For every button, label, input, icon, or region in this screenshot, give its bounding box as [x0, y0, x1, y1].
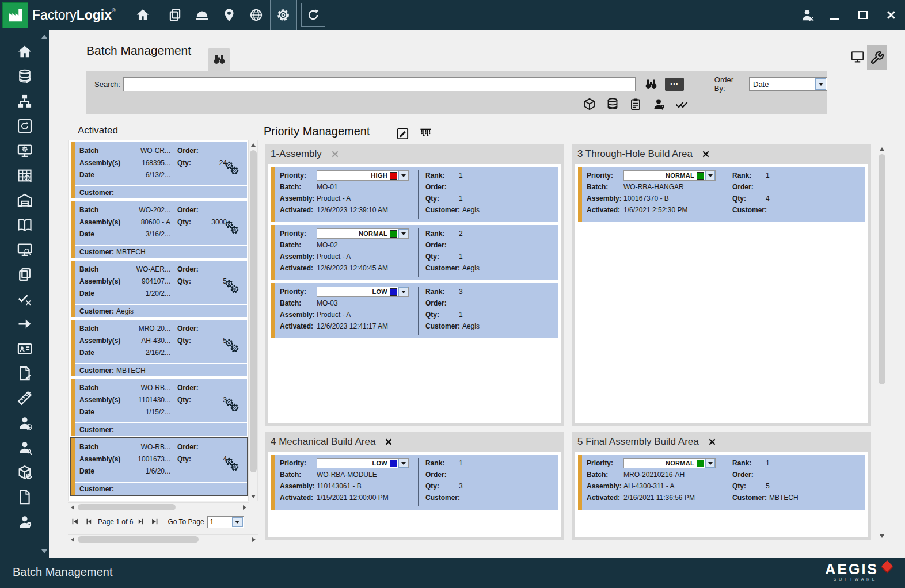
activated-horizontal-scrollbar[interactable] — [68, 502, 249, 511]
sidebar-item-database-edit[interactable] — [12, 64, 37, 89]
search-input[interactable] — [123, 77, 636, 91]
priority-select[interactable]: NORMAL — [317, 228, 409, 239]
priority-card[interactable]: Priority: LOW Batch:MO-03 Assembly:Produ… — [271, 283, 558, 338]
priority-card[interactable]: Priority: NORMAL Batch:MRO-20210216-AH A… — [578, 455, 865, 510]
batch-card-5[interactable]: BatchWO-RB...Order: Assembly(s)1101430..… — [71, 379, 247, 436]
priority-select[interactable]: NORMAL — [623, 170, 716, 181]
sidebar-scroll-up-icon[interactable] — [41, 35, 47, 39]
go-to-page-dropdown-arrow[interactable] — [232, 517, 243, 527]
scroll-thumb[interactable] — [78, 536, 199, 543]
clipboard-tool-icon[interactable] — [629, 97, 642, 111]
scroll-up-button[interactable] — [249, 140, 257, 149]
scroll-right-button[interactable] — [249, 535, 258, 544]
sidebar-item-warehouse[interactable] — [12, 188, 37, 212]
sidebar-item-ruler-x[interactable] — [12, 385, 37, 410]
sidebar-item-monitor-search[interactable] — [12, 237, 37, 262]
batch-gears-icon[interactable] — [223, 456, 239, 472]
documents-nav-icon[interactable] — [162, 0, 189, 30]
priority-select[interactable]: HIGH — [317, 170, 409, 181]
priority-select[interactable]: LOW — [317, 458, 409, 468]
batch-card-4[interactable]: BatchMRO-20...Order: Assembly(s)AH-430..… — [71, 320, 247, 376]
close-area-icon[interactable] — [708, 437, 717, 446]
priority-dropdown-arrow[interactable] — [705, 459, 715, 468]
package-tool-icon[interactable] — [583, 97, 596, 111]
search-binoculars-icon[interactable] — [644, 77, 658, 91]
next-page-button[interactable] — [137, 517, 147, 527]
priority-select[interactable]: LOW — [317, 287, 409, 297]
scroll-down-button[interactable] — [877, 532, 886, 540]
assign-user-tool-icon[interactable] — [652, 97, 666, 111]
minimize-button[interactable] — [820, 0, 849, 30]
sidebar-scroll-down-icon[interactable] — [41, 549, 47, 553]
home-nav-icon[interactable] — [130, 0, 157, 30]
panel-horizontal-scrollbar[interactable] — [68, 534, 258, 543]
priority-dropdown-arrow[interactable] — [398, 229, 408, 238]
sidebar-item-transfer[interactable] — [12, 311, 37, 336]
changeover-refresh-nav-icon[interactable] — [301, 3, 325, 27]
priority-card[interactable]: Priority: NORMAL Batch:WO-RBA-HANGAR Ass… — [578, 167, 865, 222]
scroll-right-button[interactable] — [240, 503, 249, 511]
view-wrench-button[interactable] — [867, 45, 887, 70]
sidebar-item-check-x[interactable] — [12, 287, 37, 311]
order-by-select[interactable]: Date — [749, 77, 827, 91]
batch-card-2[interactable]: BatchWO-202...Order: Assembly(s)80600 - … — [71, 201, 247, 258]
sidebar-item-id-card[interactable] — [12, 336, 37, 361]
last-page-button[interactable] — [150, 517, 160, 527]
batch-gears-icon[interactable] — [223, 219, 239, 235]
sidebar-item-document[interactable] — [12, 484, 37, 509]
priority-dropdown-arrow[interactable] — [398, 459, 408, 468]
more-options-button[interactable]: ... — [665, 78, 684, 91]
first-page-button[interactable] — [71, 517, 81, 527]
settings-gear-nav-icon[interactable] — [270, 0, 297, 30]
priority-vertical-scrollbar[interactable] — [877, 144, 886, 540]
batch-card-6-selected[interactable]: BatchWO-RB...Order: Assembly(s)1001673..… — [71, 438, 247, 495]
sidebar-item-person-clock[interactable] — [12, 410, 37, 435]
go-to-page-input[interactable] — [208, 517, 232, 528]
batch-gears-icon[interactable] — [223, 278, 239, 294]
tab-batch-search[interactable] — [208, 48, 230, 71]
scroll-thumb[interactable] — [879, 154, 885, 384]
scroll-left-button[interactable] — [68, 503, 77, 511]
scroll-thumb[interactable] — [78, 504, 176, 510]
close-area-icon[interactable] — [701, 150, 710, 159]
priority-dropdown-arrow[interactable] — [705, 171, 715, 180]
sidebar-item-document-edit[interactable] — [12, 361, 37, 385]
batch-card-1[interactable]: BatchWO-CR...Order: Assembly(s)168395...… — [71, 142, 247, 198]
batch-gears-icon[interactable] — [223, 159, 239, 175]
scroll-thumb[interactable] — [250, 150, 257, 472]
sidebar-item-person-search[interactable] — [12, 435, 37, 460]
priority-card[interactable]: Priority: LOW Batch:WO-RBA-MODULE Assemb… — [271, 455, 558, 510]
order-by-dropdown-arrow[interactable] — [815, 78, 826, 90]
sidebar-item-documents[interactable] — [12, 262, 37, 287]
close-area-icon[interactable] — [330, 150, 340, 159]
logout-user-icon[interactable] — [793, 0, 820, 30]
production-hardhat-nav-icon[interactable] — [189, 0, 216, 30]
batch-card-3[interactable]: BatchWO-AER...Order: Assembly(s)904107..… — [71, 261, 247, 317]
edit-icon[interactable] — [396, 127, 410, 141]
sidebar-item-person-pin[interactable] — [12, 509, 37, 534]
sidebar-item-monitor-gear[interactable] — [12, 138, 37, 163]
batch-gears-icon[interactable] — [223, 337, 239, 353]
location-pin-nav-icon[interactable] — [216, 0, 243, 30]
scroll-left-button[interactable] — [68, 535, 77, 544]
validate-tool-icon[interactable] — [675, 97, 689, 111]
scroll-down-button[interactable] — [249, 492, 257, 501]
sidebar-item-box-refresh[interactable] — [12, 113, 37, 138]
priority-select[interactable]: NORMAL — [623, 458, 716, 468]
sidebar-item-home[interactable] — [12, 39, 37, 64]
priority-card[interactable]: Priority: HIGH Batch:MO-01 Assembly:Prod… — [271, 167, 558, 222]
close-button[interactable] — [877, 0, 905, 30]
database-tool-icon[interactable] — [606, 97, 619, 111]
priority-card[interactable]: Priority: NORMAL Batch:MO-02 Assembly:Pr… — [271, 225, 558, 280]
activated-vertical-scrollbar[interactable] — [248, 140, 257, 501]
sidebar-item-book[interactable] — [12, 212, 37, 237]
previous-page-button[interactable] — [84, 517, 94, 527]
sidebar-item-box-gear[interactable] — [12, 460, 37, 484]
batch-gears-icon[interactable] — [223, 396, 239, 413]
sidebar-item-process-flow[interactable] — [12, 89, 37, 113]
sidebar-item-table-search[interactable] — [12, 163, 37, 188]
view-monitor-button[interactable] — [850, 49, 865, 64]
close-area-icon[interactable] — [384, 437, 393, 446]
priority-dropdown-arrow[interactable] — [398, 287, 408, 296]
maximize-button[interactable] — [849, 0, 877, 30]
